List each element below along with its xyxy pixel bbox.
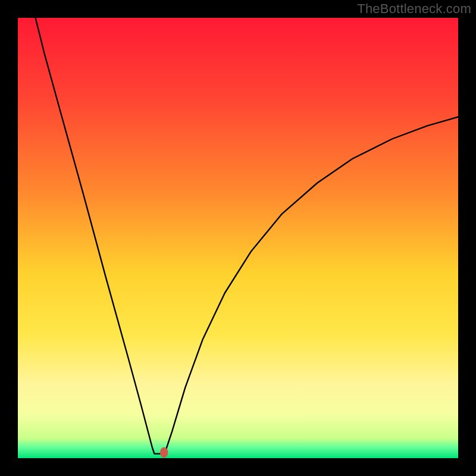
bottleneck-chart [0, 0, 476, 476]
watermark-text: TheBottleneck.com [357, 1, 471, 17]
optimal-point-marker [160, 447, 168, 458]
chart-frame: TheBottleneck.com [0, 0, 476, 476]
plot-background [18, 18, 458, 458]
